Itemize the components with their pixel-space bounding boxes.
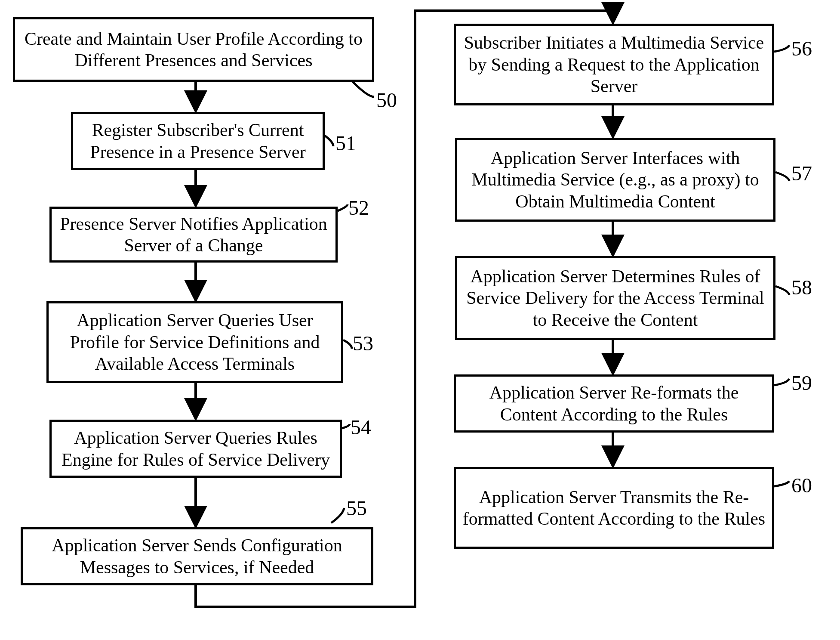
step-text-57: Application Server Interfaces with Multi… (463, 147, 767, 212)
step-box-53: Application Server Queries User Profile … (46, 301, 343, 383)
step-text-55: Application Server Sends Configuration M… (29, 535, 365, 578)
step-label-52: 52 (348, 196, 369, 220)
flowchart-canvas: Create and Maintain User Profile Accordi… (0, 0, 840, 640)
step-box-50: Create and Maintain User Profile Accordi… (13, 17, 374, 82)
step-label-58: 58 (791, 275, 812, 299)
step-text-54: Application Server Queries Rules Engine … (58, 427, 334, 470)
step-text-58: Application Server Determines Rules of S… (463, 266, 767, 331)
step-label-56: 56 (791, 37, 812, 60)
step-box-60: Application Server Transmits the Re- for… (454, 467, 774, 549)
step-box-56: Subscriber Initiates a Multimedia Servic… (454, 24, 774, 105)
step-label-53: 53 (353, 331, 373, 355)
step-box-58: Application Server Determines Rules of S… (455, 256, 775, 340)
step-box-51: Register Subscriber's Current Presence i… (71, 112, 325, 170)
step-label-54: 54 (351, 415, 371, 439)
step-label-51: 51 (335, 131, 356, 155)
step-box-57: Application Server Interfaces with Multi… (455, 138, 775, 222)
step-text-50: Create and Maintain User Profile Accordi… (21, 28, 366, 71)
step-box-54: Application Server Queries Rules Engine … (49, 420, 342, 478)
step-label-59: 59 (791, 371, 812, 395)
step-text-53: Application Server Queries User Profile … (55, 309, 335, 374)
step-label-57: 57 (791, 161, 812, 185)
step-text-59: Application Server Re-formats the Conten… (462, 382, 766, 425)
step-text-60: Application Server Transmits the Re- for… (462, 486, 766, 530)
step-box-52: Presence Server Notifies Application Ser… (49, 207, 338, 263)
step-text-51: Register Subscriber's Current Presence i… (79, 119, 317, 163)
step-text-56: Subscriber Initiates a Multimedia Servic… (462, 32, 766, 97)
step-box-59: Application Server Re-formats the Conten… (454, 374, 774, 433)
step-label-50: 50 (376, 88, 397, 112)
step-box-55: Application Server Sends Configuration M… (21, 527, 373, 585)
step-label-60: 60 (791, 473, 812, 497)
step-text-52: Presence Server Notifies Application Ser… (58, 213, 329, 257)
step-label-55: 55 (346, 496, 367, 520)
